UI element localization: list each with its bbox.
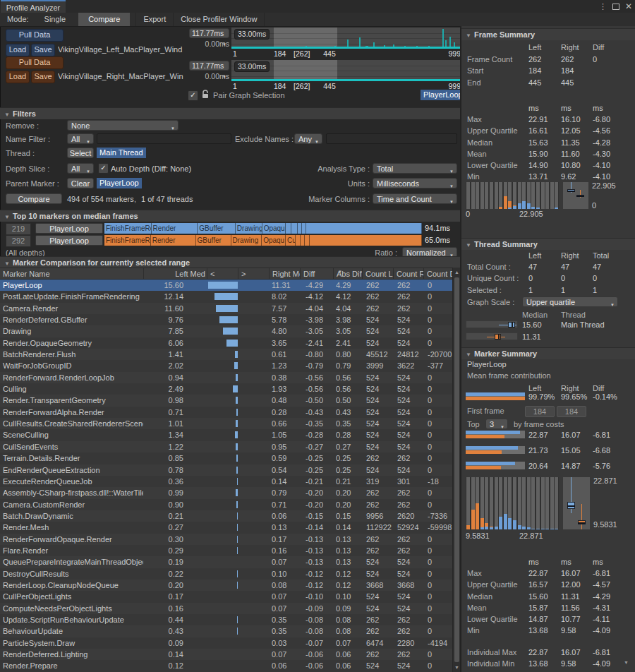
marker-row[interactable]: RenderDeferred.Lighting0.140.07-0.060.06…: [0, 649, 452, 660]
thread-select-button[interactable]: Select: [67, 148, 94, 158]
first-frame-left-button[interactable]: 184: [525, 406, 555, 417]
maximize-icon[interactable]: [612, 4, 619, 10]
marker-summary-boxplot[interactable]: [563, 477, 590, 529]
marker-row[interactable]: Update.ScriptRunBehaviourUpdate0.440.35-…: [0, 614, 452, 625]
filters-header[interactable]: ▼Filters: [0, 107, 460, 119]
marker-row[interactable]: DestroyCullResults0.220.10-0.120.1252452…: [0, 568, 452, 580]
marker-row[interactable]: SceneCulling1.341.05-0.280.285245240: [0, 429, 452, 440]
marker-row[interactable]: Drawing7.854.80-3.053.055245240: [0, 325, 452, 337]
col-marker-name[interactable]: Marker Name: [0, 268, 143, 279]
pull-data-right-button[interactable]: Pull Data: [6, 56, 64, 69]
top10-playerloop-button-left[interactable]: PlayerLoop: [35, 223, 103, 234]
marker-row[interactable]: Render.Mesh0.270.13-0.140.1411292252924-…: [0, 522, 452, 533]
tab-profile-analyzer[interactable]: Profile Analyzer: [1, 0, 66, 13]
marker-row[interactable]: CullSendEvents1.220.95-0.270.275245240: [0, 441, 452, 452]
first-frame-right-button[interactable]: 184: [557, 406, 586, 417]
marker-row[interactable]: Batch.DrawDynamic0.210.06-0.150.15995626…: [0, 510, 452, 522]
frame-summary-histogram[interactable]: [466, 182, 559, 209]
comparison-header[interactable]: ▼Marker Comparison for currently selecte…: [0, 256, 460, 268]
col-count-diff[interactable]: Count D: [423, 268, 452, 279]
selected-marker-chip[interactable]: PlayerLoop: [421, 90, 466, 100]
marker-row[interactable]: Render.Prepare0.120.06-0.060.065245240: [0, 660, 452, 671]
marker-row[interactable]: PostLateUpdate.FinishFrameRendering12.14…: [0, 291, 452, 302]
marker-row[interactable]: Camera.Render11.607.57-4.044.042622620: [0, 303, 452, 314]
load-right-button[interactable]: Load: [6, 71, 30, 83]
frame-time-graph-left[interactable]: 33.00ms: [231, 28, 462, 49]
thread-summary-header[interactable]: ▼Thread Summary: [461, 238, 635, 250]
marker-columns-dropdown[interactable]: Time and Count▼: [373, 193, 457, 204]
median-frame-left-button[interactable]: 219: [6, 223, 31, 235]
col-left-bar[interactable]: <: [207, 268, 238, 279]
units-dropdown[interactable]: Milliseconds▼: [373, 178, 457, 188]
marker-row[interactable]: QueuePrepareIntegrateMainThreadObjects0.…: [0, 556, 452, 568]
lock-icon[interactable]: [201, 90, 210, 100]
y-axis-scale-dropdown-bottom[interactable]: 117.77ms▼: [189, 61, 229, 71]
threshold-badge-bottom[interactable]: 33.00ms: [234, 61, 270, 72]
median-frame-right-button[interactable]: 292: [6, 235, 31, 247]
col-left-median[interactable]: Left Med: [143, 268, 207, 279]
col-right-median[interactable]: Right Me: [269, 268, 300, 279]
col-abs-diff[interactable]: ▼Abs Diff: [333, 268, 362, 279]
marker-row[interactable]: RenderForwardOpaque.Render0.300.17-0.130…: [0, 534, 452, 545]
top10-bar-right[interactable]: FinishFrameRRenderGBufferDrawingOpaquCu: [104, 235, 422, 246]
frame-summary-header[interactable]: ▼Frame Summary: [461, 28, 635, 40]
marker-row[interactable]: Camera.CustomRender0.900.71-0.200.202622…: [0, 499, 452, 510]
load-left-button[interactable]: Load: [6, 44, 30, 56]
pair-graph-checkbox[interactable]: ✓: [188, 90, 198, 101]
auto-depth-checkbox[interactable]: ✓: [98, 163, 109, 174]
marker-row[interactable]: ExecuteRenderQueueJob0.360.14-0.210.2131…: [0, 476, 452, 487]
y-axis-scale-dropdown-top[interactable]: 117.77ms▼: [189, 28, 229, 38]
marker-row[interactable]: Assembly-CSharp-firstpass.dll!::WaterTil…: [0, 487, 452, 498]
marker-row[interactable]: BehaviourUpdate0.430.35-0.080.082622620: [0, 625, 452, 637]
marker-row[interactable]: RenderDeferred.GBuffer9.765.78-3.983.985…: [0, 314, 452, 325]
marker-row[interactable]: RenderLoop.CleanupNodeQueue0.200.08-0.12…: [0, 580, 452, 591]
top10-playerloop-button-right[interactable]: PlayerLoop: [35, 235, 103, 246]
close-icon[interactable]: ✕: [625, 1, 632, 11]
marker-row[interactable]: Culling2.491.93-0.560.565245240: [0, 383, 452, 395]
mode-compare-button[interactable]: Compare: [78, 13, 130, 26]
pull-data-left-button[interactable]: Pull Data: [6, 29, 64, 42]
frame-time-graph-right[interactable]: 33.00ms: [231, 60, 462, 81]
marker-row[interactable]: Render.OpaqueGeometry6.063.65-2.412.4152…: [0, 337, 452, 349]
marker-row[interactable]: ComputeNeedsPerObjectLights0.160.07-0.09…: [0, 603, 452, 614]
thread-boxplot-left[interactable]: [466, 320, 518, 328]
exclude-mode-dropdown[interactable]: Any▼: [294, 133, 322, 144]
top10-header[interactable]: ▼Top 10 markers on median frames: [0, 210, 460, 222]
marker-summary-header[interactable]: ▼Marker Summary: [461, 347, 635, 359]
remove-dropdown[interactable]: None▼: [67, 120, 179, 131]
scrollbar-thumb[interactable]: [454, 277, 459, 662]
marker-row[interactable]: CullResults.CreateSharedRendererScene1.0…: [0, 418, 452, 429]
name-filter-mode-dropdown[interactable]: All▼: [67, 133, 94, 144]
threshold-badge-top[interactable]: 33.00ms: [234, 29, 270, 40]
export-button[interactable]: Export: [135, 13, 174, 26]
marker-row[interactable]: Flare.Render0.290.16-0.130.132622620: [0, 545, 452, 556]
marker-row[interactable]: BatchRenderer.Flush1.410.61-0.800.804551…: [0, 349, 452, 360]
marker-row[interactable]: CullPerObjectLights0.170.07-0.100.105245…: [0, 591, 452, 602]
graph-scale-dropdown[interactable]: Upper quartile▼: [522, 296, 618, 307]
mode-single-button[interactable]: Single: [32, 13, 79, 26]
marker-summary-histogram[interactable]: [466, 477, 559, 529]
marker-row[interactable]: RenderForward.RenderLoopJob0.940.38-0.56…: [0, 372, 452, 383]
col-count-right[interactable]: Count R: [393, 268, 423, 279]
compare-button[interactable]: Compare: [6, 193, 62, 204]
name-filter-input[interactable]: [97, 133, 231, 144]
marker-row[interactable]: PlayerLoop15.6011.31-4.294.292622620: [0, 280, 452, 291]
close-profiler-button[interactable]: Close Profiler Window: [174, 13, 265, 26]
analysis-type-dropdown[interactable]: Total▼: [373, 163, 457, 174]
exclude-names-input[interactable]: [326, 133, 457, 144]
thread-boxplot-right[interactable]: [466, 332, 518, 340]
save-left-button[interactable]: Save: [31, 44, 55, 56]
col-diff[interactable]: Diff: [300, 268, 333, 279]
marker-row[interactable]: Render.TransparentGeometry0.980.48-0.500…: [0, 395, 452, 406]
parent-clear-button[interactable]: Clear: [67, 178, 94, 188]
kebab-menu-icon[interactable]: ⋮: [599, 2, 607, 11]
marker-row[interactable]: Terrain.Details.Render0.850.59-0.250.252…: [0, 452, 452, 464]
col-right-bar[interactable]: >: [238, 268, 269, 279]
top10-bar-left[interactable]: FinishFrameReRenderGBufferDrawingOpaqu: [104, 223, 422, 234]
marker-row[interactable]: EndRenderQueueExtraction0.780.54-0.250.2…: [0, 464, 452, 476]
panel-scroll-down-icon[interactable]: ▼: [624, 660, 629, 665]
marker-row[interactable]: WaitForJobGroupID2.021.23-0.790.79399936…: [0, 360, 452, 371]
marker-row[interactable]: RenderForwardAlpha.Render0.710.28-0.430.…: [0, 407, 452, 418]
col-count-left[interactable]: Count L: [362, 268, 393, 279]
top-n-dropdown[interactable]: 3▼: [485, 419, 508, 429]
